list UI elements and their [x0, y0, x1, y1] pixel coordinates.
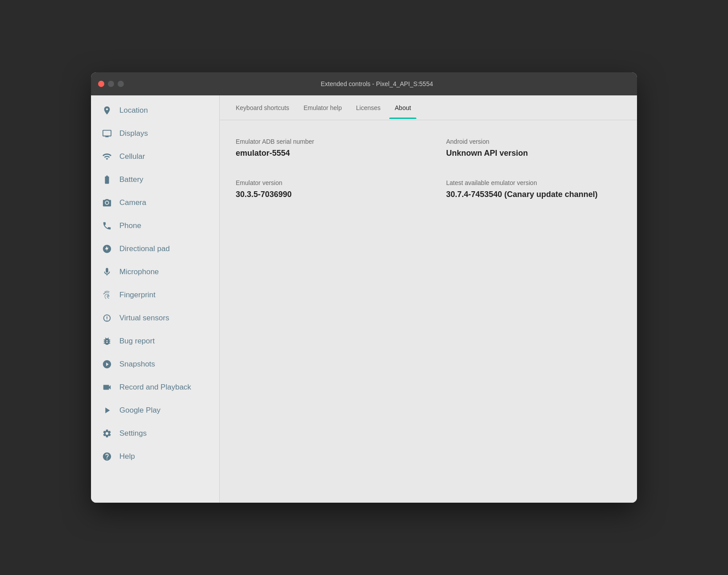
sidebar-item-battery[interactable]: Battery: [91, 168, 219, 191]
adb-serial-item: Emulator ADB serial number emulator-5554: [236, 138, 411, 158]
sidebar-label-displays: Displays: [119, 129, 148, 138]
camera-icon: [102, 197, 112, 208]
sidebar-label-snapshots: Snapshots: [119, 360, 155, 369]
sidebar-label-settings: Settings: [119, 429, 146, 438]
main-content: Keyboard shortcuts Emulator help License…: [220, 95, 637, 503]
adb-serial-value: emulator-5554: [236, 149, 411, 158]
sidebar-item-settings[interactable]: Settings: [91, 422, 219, 445]
sidebar-label-record-playback: Record and Playback: [119, 383, 191, 392]
sidebar-label-bug-report: Bug report: [119, 337, 154, 346]
location-icon: [102, 105, 112, 116]
settings-icon: [102, 428, 112, 439]
sidebar-item-help[interactable]: Help: [91, 445, 219, 468]
latest-version-value: 30.7.4-7453540 (Canary update channel): [446, 190, 621, 199]
sidebar-label-fingerprint: Fingerprint: [119, 291, 155, 299]
snapshots-icon: [102, 359, 112, 370]
sidebar-label-phone: Phone: [119, 221, 141, 230]
emulator-version-value: 30.3.5-7036990: [236, 190, 411, 199]
extended-controls-window: Extended controls - Pixel_4_API_S:5554 L…: [91, 72, 637, 503]
traffic-lights: [98, 81, 124, 87]
info-grid: Emulator ADB serial number emulator-5554…: [236, 138, 621, 199]
about-panel: Emulator ADB serial number emulator-5554…: [220, 120, 637, 503]
record-icon: [102, 382, 112, 393]
emulator-version-item: Emulator version 30.3.5-7036990: [236, 179, 411, 199]
microphone-icon: [102, 267, 112, 277]
sidebar-item-snapshots[interactable]: Snapshots: [91, 353, 219, 376]
sidebar-item-directional-pad[interactable]: Directional pad: [91, 237, 219, 260]
sidebar-item-microphone[interactable]: Microphone: [91, 260, 219, 284]
sidebar-item-location[interactable]: Location: [91, 99, 219, 122]
close-button[interactable]: [98, 81, 104, 87]
sidebar-item-displays[interactable]: Displays: [91, 122, 219, 145]
titlebar: Extended controls - Pixel_4_API_S:5554: [91, 72, 637, 95]
sidebar-label-cellular: Cellular: [119, 152, 145, 161]
fingerprint-icon: [102, 290, 112, 300]
tab-emulator-help[interactable]: Emulator help: [298, 97, 347, 118]
sidebar-label-battery: Battery: [119, 175, 143, 184]
sidebar-item-camera[interactable]: Camera: [91, 191, 219, 214]
phone-icon: [102, 221, 112, 231]
android-version-value: Unknown API version: [446, 149, 621, 158]
sidebar-label-virtual-sensors: Virtual sensors: [119, 314, 169, 323]
sidebar-item-record-playback[interactable]: Record and Playback: [91, 376, 219, 399]
sidebar: Location Displays Cellular Battery: [91, 95, 220, 503]
latest-version-item: Latest available emulator version 30.7.4…: [446, 179, 621, 199]
sidebar-item-bug-report[interactable]: Bug report: [91, 330, 219, 353]
sidebar-item-cellular[interactable]: Cellular: [91, 145, 219, 168]
play-icon: [102, 405, 112, 416]
sidebar-label-directional-pad: Directional pad: [119, 244, 170, 253]
emulator-version-label: Emulator version: [236, 179, 411, 186]
tab-about[interactable]: About: [389, 97, 416, 118]
tab-licenses[interactable]: Licenses: [351, 97, 386, 118]
adb-serial-label: Emulator ADB serial number: [236, 138, 411, 145]
android-version-label: Android version: [446, 138, 621, 145]
android-version-item: Android version Unknown API version: [446, 138, 621, 158]
battery-icon: [102, 174, 112, 185]
sidebar-item-virtual-sensors[interactable]: Virtual sensors: [91, 307, 219, 330]
dpad-icon: [102, 244, 112, 254]
tab-keyboard-shortcuts[interactable]: Keyboard shortcuts: [230, 97, 295, 118]
help-icon: [102, 451, 112, 462]
sidebar-label-microphone: Microphone: [119, 268, 159, 276]
window-title: Extended controls - Pixel_4_API_S:5554: [124, 80, 630, 87]
sidebar-item-phone[interactable]: Phone: [91, 214, 219, 237]
sidebar-label-camera: Camera: [119, 198, 146, 207]
sidebar-label-google-play: Google Play: [119, 406, 161, 415]
tab-bar: Keyboard shortcuts Emulator help License…: [220, 95, 637, 120]
displays-icon: [102, 128, 112, 139]
maximize-button[interactable]: [118, 81, 124, 87]
sensors-icon: [102, 313, 112, 323]
sidebar-item-fingerprint[interactable]: Fingerprint: [91, 284, 219, 307]
sidebar-item-google-play[interactable]: Google Play: [91, 399, 219, 422]
cellular-icon: [102, 151, 112, 162]
minimize-button[interactable]: [108, 81, 114, 87]
content-area: Location Displays Cellular Battery: [91, 95, 637, 503]
sidebar-label-help: Help: [119, 452, 135, 461]
sidebar-label-location: Location: [119, 106, 148, 115]
bug-icon: [102, 336, 112, 347]
latest-version-label: Latest available emulator version: [446, 179, 621, 186]
